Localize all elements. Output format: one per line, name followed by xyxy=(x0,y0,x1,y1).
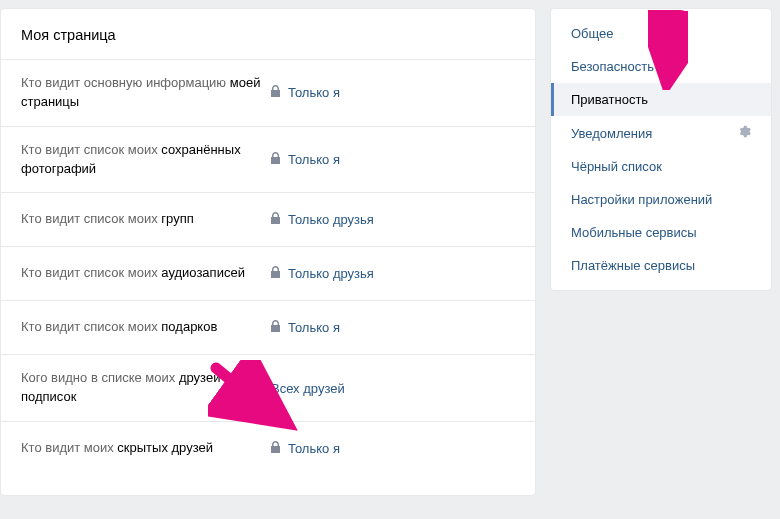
setting-row: Кто видит список моих сохранённых фотогр… xyxy=(1,126,535,193)
settings-sidebar: Общее Безопасность Приватность Уведомлен… xyxy=(550,8,772,291)
setting-row: Кто видит список моих групп Только друзь… xyxy=(1,192,535,246)
setting-label: Кто видит основную информацию моей стран… xyxy=(21,74,271,112)
setting-row: Кого видно в списке моих друзей и подпис… xyxy=(1,354,535,421)
sidebar-item-payment-services[interactable]: Платёжные сервисы xyxy=(551,249,771,282)
gear-icon[interactable] xyxy=(738,125,751,141)
setting-label: Кто видит список моих подарков xyxy=(21,318,271,337)
setting-value-text: Только друзья xyxy=(288,266,374,281)
sidebar-item-label: Уведомления xyxy=(571,126,652,141)
setting-row: Кто видит моих скрытых друзей Только я xyxy=(1,421,535,475)
setting-value-dropdown[interactable]: Только я xyxy=(271,441,340,456)
sidebar-item-general[interactable]: Общее xyxy=(551,17,771,50)
setting-row: Кто видит список моих аудиозаписей Тольк… xyxy=(1,246,535,300)
setting-value-dropdown[interactable]: Всех друзей xyxy=(271,381,345,396)
sidebar-item-mobile-services[interactable]: Мобильные сервисы xyxy=(551,216,771,249)
sidebar-item-blacklist[interactable]: Чёрный список xyxy=(551,150,771,183)
setting-label: Кто видит список моих групп xyxy=(21,210,271,229)
setting-value-text: Только друзья xyxy=(288,212,374,227)
setting-value-text: Всех друзей xyxy=(271,381,345,396)
sidebar-item-label: Чёрный список xyxy=(571,159,662,174)
lock-icon xyxy=(271,266,281,281)
sidebar-item-label: Общее xyxy=(571,26,614,41)
sidebar-item-app-settings[interactable]: Настройки приложений xyxy=(551,183,771,216)
setting-value-text: Только я xyxy=(288,152,340,167)
lock-icon xyxy=(271,320,281,335)
setting-label: Кто видит моих скрытых друзей xyxy=(21,439,271,458)
setting-row: Кто видит основную информацию моей стран… xyxy=(1,59,535,126)
sidebar-item-security[interactable]: Безопасность xyxy=(551,50,771,83)
setting-value-text: Только я xyxy=(288,85,340,100)
sidebar-item-privacy[interactable]: Приватность xyxy=(551,83,771,116)
setting-value-dropdown[interactable]: Только я xyxy=(271,152,340,167)
setting-value-text: Только я xyxy=(288,441,340,456)
setting-label: Кто видит список моих аудиозаписей xyxy=(21,264,271,283)
sidebar-item-label: Мобильные сервисы xyxy=(571,225,697,240)
setting-value-dropdown[interactable]: Только друзья xyxy=(271,266,374,281)
setting-label: Кого видно в списке моих друзей и подпис… xyxy=(21,369,271,407)
lock-icon xyxy=(271,85,281,100)
lock-icon xyxy=(271,441,281,456)
sidebar-item-label: Безопасность xyxy=(571,59,654,74)
setting-value-dropdown[interactable]: Только я xyxy=(271,85,340,100)
setting-row: Кто видит список моих подарков Только я xyxy=(1,300,535,354)
privacy-settings-panel: Моя страница Кто видит основную информац… xyxy=(0,8,536,496)
page-title: Моя страница xyxy=(1,9,535,59)
sidebar-item-notifications[interactable]: Уведомления xyxy=(551,116,771,150)
lock-icon xyxy=(271,212,281,227)
setting-value-dropdown[interactable]: Только я xyxy=(271,320,340,335)
sidebar-item-label: Платёжные сервисы xyxy=(571,258,695,273)
sidebar-item-label: Настройки приложений xyxy=(571,192,712,207)
sidebar-item-label: Приватность xyxy=(571,92,648,107)
lock-icon xyxy=(271,152,281,167)
setting-value-dropdown[interactable]: Только друзья xyxy=(271,212,374,227)
setting-value-text: Только я xyxy=(288,320,340,335)
setting-label: Кто видит список моих сохранённых фотогр… xyxy=(21,141,271,179)
